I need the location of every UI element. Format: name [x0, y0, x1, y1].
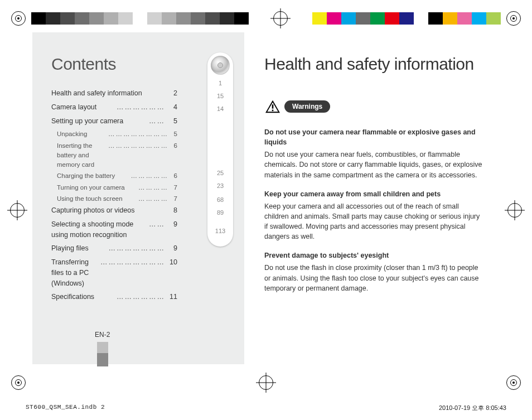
footer-timestamp: 2010-07-19 오후 8:05:43	[439, 404, 506, 412]
toc-entry-page: 5	[166, 116, 177, 127]
swatch	[191, 12, 205, 25]
registration-crosshair-icon	[259, 375, 273, 390]
toc-entry-label: Capturing photos or videos	[51, 205, 166, 216]
swatch	[205, 12, 220, 25]
swatch	[234, 12, 249, 25]
toc-entry-page: 11	[166, 292, 177, 302]
toc-sub-entry: Turning on your camera…………7	[57, 183, 177, 192]
toc-entry-label: Health and safety information	[51, 88, 166, 99]
warnings-body: Do not use your camera near flammable or…	[264, 127, 483, 293]
warning-heading: Keep your camera away from small childre…	[264, 189, 483, 199]
swatch	[118, 12, 133, 25]
toc-leader-dots: ………………	[115, 102, 166, 113]
toc-entry: Capturing photos or videos8	[51, 205, 177, 216]
toc-sub-entry: Charging the battery……………6	[57, 171, 177, 181]
swatch	[341, 12, 356, 25]
toc-sub-list: Unpacking……………………5Inserting the battery …	[51, 129, 177, 204]
toc-entry: Health and safety information2	[51, 88, 177, 99]
swatch	[31, 12, 46, 25]
toc-leader-dots: ……………………	[99, 257, 166, 288]
toc-entry: Playing files…………………9	[51, 243, 177, 254]
disc-reference-number: 25	[217, 170, 224, 176]
warning-triangle-icon	[264, 99, 281, 114]
toc-entry: Setting up your camera……5	[51, 116, 177, 127]
contents-column: Contents Health and safety information2C…	[32, 32, 244, 364]
warning-paragraph: Do not use your camera near fuels, combu…	[264, 149, 483, 180]
disc-reference-number: 89	[217, 210, 224, 216]
registration-bullseye-icon	[506, 375, 521, 390]
swatch	[220, 12, 234, 25]
disc-page-reference-column: 1151425236889113	[207, 52, 233, 247]
swatch	[414, 12, 428, 25]
svg-rect-3	[272, 110, 274, 112]
toc-entry-page: 6	[170, 171, 177, 181]
swatch	[399, 12, 414, 25]
toc-entry: Specifications………………11	[51, 292, 177, 302]
swatch	[428, 12, 443, 25]
registration-crosshair-icon	[10, 203, 25, 218]
registration-mid-left	[10, 203, 25, 218]
page-tab-icon	[97, 342, 108, 366]
toc-sub-entry: Using the touch screen…………7	[57, 194, 177, 204]
toc-leader-dots: ……………………	[107, 141, 170, 170]
swatch	[356, 12, 370, 25]
content-column: Health and safety information Warnings D…	[244, 32, 500, 364]
swatch	[370, 12, 385, 25]
table-of-contents: Health and safety information2Camera lay…	[51, 88, 177, 302]
toc-leader-dots: …………………	[108, 243, 167, 254]
toc-entry-label: Selecting a shooting mode using motion r…	[51, 219, 148, 240]
disc-reference-number: 113	[215, 228, 225, 234]
swatch	[312, 12, 327, 25]
swatch	[472, 12, 486, 25]
color-swatches	[312, 12, 501, 25]
disc-reference-number: 23	[217, 183, 224, 189]
disc-reference-number: 1	[219, 80, 222, 86]
toc-sub-entry: Inserting the battery and memory card…………	[57, 141, 177, 170]
toc-entry-page: 10	[166, 257, 177, 288]
toc-entry-label: Charging the battery	[57, 171, 130, 181]
toc-sub-entry: Unpacking……………………5	[57, 129, 177, 139]
swatch	[385, 12, 399, 25]
page-number-marker: EN-2	[95, 331, 110, 366]
toc-entry-page: 2	[166, 88, 177, 99]
toc-entry-page: 8	[166, 205, 177, 216]
swatch	[162, 12, 176, 25]
warning-heading: Prevent damage to subjects' eyesight	[264, 250, 483, 260]
toc-entry-label: Unpacking	[57, 129, 107, 139]
toc-entry-label: Using the touch screen	[57, 194, 137, 204]
toc-entry-label: Playing files	[51, 243, 108, 254]
swatch	[89, 12, 104, 25]
registration-crosshair-icon	[273, 11, 288, 26]
disc-reference-number: 68	[217, 197, 224, 203]
warnings-label: Warnings	[284, 100, 330, 113]
toc-leader-dots: ……………	[130, 171, 170, 181]
toc-entry-label: Turning on your camera	[57, 183, 137, 192]
swatch	[104, 12, 118, 25]
toc-entry-label: Transferring files to a PC (Windows)	[51, 257, 99, 288]
toc-entry: Selecting a shooting mode using motion r…	[51, 219, 177, 240]
toc-entry-label: Inserting the battery and memory card	[57, 141, 107, 170]
svg-rect-2	[272, 104, 274, 108]
toc-leader-dots: ……	[148, 116, 166, 127]
toc-entry: Camera layout………………4	[51, 102, 177, 113]
swatch	[46, 12, 60, 25]
swatch	[147, 12, 162, 25]
swatch	[60, 12, 75, 25]
toc-entry-label: Specifications	[51, 292, 115, 302]
toc-entry-page: 5	[170, 129, 177, 139]
registration-row-bottom	[0, 374, 532, 391]
toc-entry: Transferring files to a PC (Windows)……………	[51, 257, 177, 288]
toc-leader-dots: ………………	[115, 292, 166, 302]
toc-entry-page: 9	[166, 243, 177, 254]
swatch	[75, 12, 89, 25]
registration-bullseye-icon	[11, 375, 26, 390]
registration-bullseye-icon	[11, 11, 26, 26]
toc-entry-page: 9	[166, 219, 177, 240]
toc-entry-page: 4	[166, 102, 177, 113]
grayscale-swatches	[31, 12, 249, 25]
page-number-label: EN-2	[95, 331, 110, 339]
swatch	[457, 12, 472, 25]
swatch	[486, 12, 501, 25]
swatch	[133, 12, 147, 25]
warnings-badge: Warnings	[264, 98, 331, 115]
